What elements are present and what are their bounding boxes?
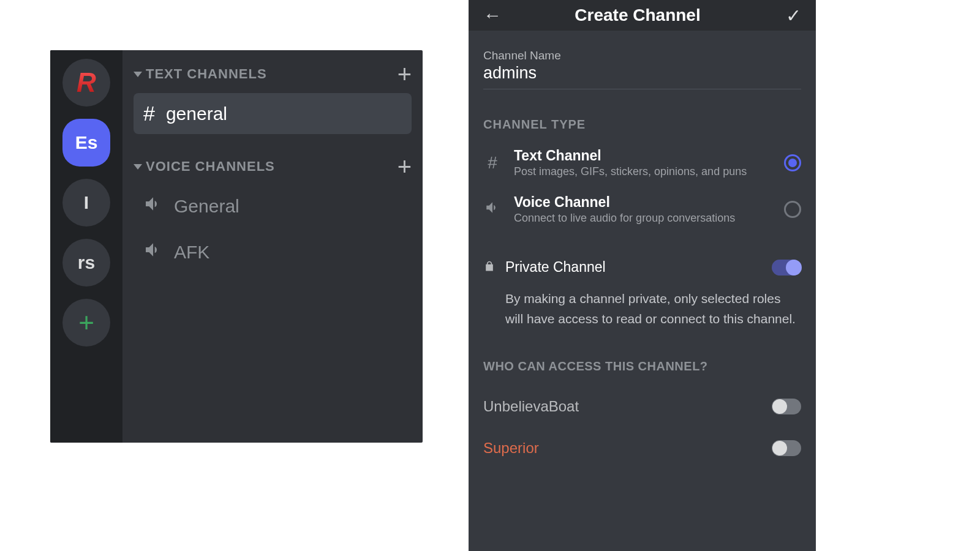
private-channel-row: Private Channel xyxy=(483,259,801,276)
speaker-icon xyxy=(483,200,502,220)
confirm-check-icon[interactable]: ✓ xyxy=(786,5,801,26)
server-icon-r[interactable]: R xyxy=(62,59,110,107)
role-row-superior: Superior xyxy=(483,440,801,457)
radio-voice-channel[interactable] xyxy=(784,201,801,218)
chevron-down-icon xyxy=(134,72,142,77)
server-r-label: R xyxy=(77,67,96,98)
hash-icon: # xyxy=(143,102,155,126)
channel-name-label: Channel Name xyxy=(483,49,801,62)
channel-list: TEXT CHANNELS + # general VOICE CHANNELS… xyxy=(123,50,423,443)
voice-channel-afk[interactable]: AFK xyxy=(134,231,412,272)
form-body: Channel Name admins CHANNEL TYPE # Text … xyxy=(469,31,816,551)
server-i-label: I xyxy=(84,192,89,213)
type-text-channel[interactable]: # Text Channel Post images, GIFs, sticke… xyxy=(483,148,801,178)
create-channel-panel: ← Create Channel ✓ Channel Name admins C… xyxy=(469,0,816,551)
add-voice-channel-button[interactable]: + xyxy=(398,160,412,173)
role-toggle[interactable] xyxy=(772,440,801,456)
access-section-header: WHO CAN ACCESS THIS CHANNEL? xyxy=(483,359,801,373)
add-server-button[interactable]: + xyxy=(62,299,110,347)
role-toggle[interactable] xyxy=(772,399,801,414)
type-voice-sub: Connect to live audio for group conversa… xyxy=(514,212,772,225)
channel-label: AFK xyxy=(174,242,209,263)
chevron-down-icon xyxy=(134,164,142,170)
server-icon-es[interactable]: Es xyxy=(62,119,110,167)
private-channel-label: Private Channel xyxy=(505,259,762,276)
type-voice-title: Voice Channel xyxy=(514,194,772,211)
voice-channel-general[interactable]: General xyxy=(134,186,412,227)
role-name: Superior xyxy=(483,440,539,457)
server-icon-rs[interactable]: rs xyxy=(62,239,110,287)
voice-channels-label: VOICE CHANNELS xyxy=(146,159,275,174)
server-rs-label: rs xyxy=(78,252,95,273)
channel-type-header: CHANNEL TYPE xyxy=(483,118,801,132)
radio-text-channel[interactable] xyxy=(784,154,801,171)
speaker-icon xyxy=(143,240,163,264)
server-icon-i[interactable]: I xyxy=(62,179,110,227)
add-text-channel-button[interactable]: + xyxy=(398,68,412,80)
type-text-sub: Post images, GIFs, stickers, opinions, a… xyxy=(514,165,772,178)
type-text-title: Text Channel xyxy=(514,148,772,164)
channel-name-input[interactable]: admins xyxy=(483,64,801,89)
channel-label: General xyxy=(174,196,239,217)
server-es-label: Es xyxy=(75,132,98,153)
discord-channel-panel: R Es I rs + TEXT CHANNELS + # general xyxy=(50,50,423,443)
channel-label: general xyxy=(166,103,227,124)
text-channels-label: TEXT CHANNELS xyxy=(146,66,267,82)
private-toggle[interactable] xyxy=(772,260,801,276)
server-rail: R Es I rs + xyxy=(50,50,123,443)
text-channels-category[interactable]: TEXT CHANNELS + xyxy=(134,66,412,82)
hash-icon: # xyxy=(483,153,502,173)
private-description: By making a channel private, only select… xyxy=(483,289,801,329)
role-name: UnbelievaBoat xyxy=(483,398,579,415)
page-title: Create Channel xyxy=(489,6,786,25)
speaker-icon xyxy=(143,194,163,218)
lock-icon xyxy=(483,260,496,275)
type-voice-channel[interactable]: Voice Channel Connect to live audio for … xyxy=(483,194,801,225)
channel-general[interactable]: # general xyxy=(134,93,412,134)
topbar: ← Create Channel ✓ xyxy=(469,0,816,31)
voice-channels-category[interactable]: VOICE CHANNELS + xyxy=(134,159,412,174)
role-row-unbelievaboat: UnbelievaBoat xyxy=(483,398,801,415)
